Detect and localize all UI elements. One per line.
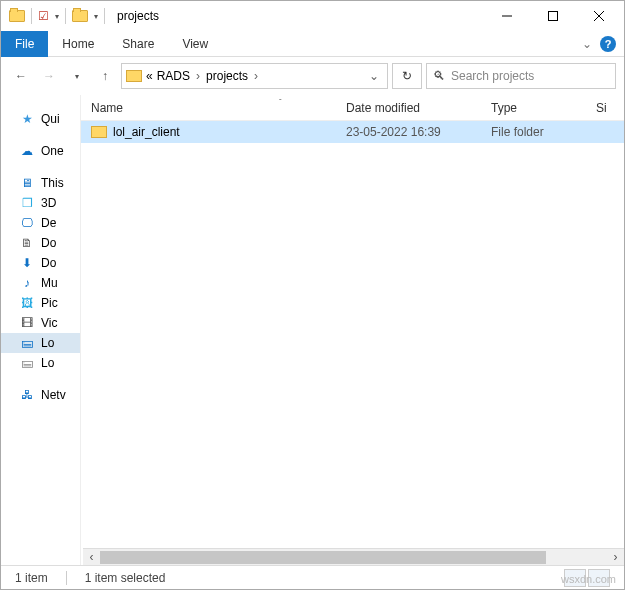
chevron-right-icon[interactable]: › <box>252 69 260 83</box>
sidebar-item-3d-objects[interactable]: ❒3D <box>1 193 80 213</box>
cell-name: lol_air_client <box>81 125 336 139</box>
separator <box>104 8 105 24</box>
forward-button[interactable]: → <box>37 64 61 88</box>
sidebar-item-desktop[interactable]: 🖵De <box>1 213 80 233</box>
cell-type: File folder <box>481 125 586 139</box>
address-dropdown-icon[interactable]: ⌄ <box>365 69 383 83</box>
file-name-label: lol_air_client <box>113 125 180 139</box>
sidebar-item-label: Lo <box>41 356 54 370</box>
sidebar-item-label: De <box>41 216 56 230</box>
refresh-button[interactable]: ↻ <box>392 63 422 89</box>
sidebar-item-onedrive[interactable]: ☁One <box>1 141 80 161</box>
qat-dropdown-icon[interactable]: ▾ <box>94 12 98 21</box>
picture-icon: 🖼︎ <box>19 296 35 310</box>
sidebar-item-quick-access[interactable]: ★Qui <box>1 109 80 129</box>
scroll-thumb[interactable] <box>100 551 546 564</box>
sidebar-item-label: Do <box>41 236 56 250</box>
column-header-date[interactable]: Date modified <box>336 101 481 115</box>
sidebar-item-music[interactable]: ♪Mu <box>1 273 80 293</box>
checkbox-icon[interactable]: ☑ <box>38 9 49 23</box>
column-headers: ˆ Name Date modified Type Si <box>81 95 624 121</box>
sidebar-item-label: 3D <box>41 196 56 210</box>
cell-date: 23-05-2022 16:39 <box>336 125 481 139</box>
tab-file[interactable]: File <box>1 31 48 57</box>
status-item-count: 1 item <box>15 571 48 585</box>
scroll-left-button[interactable]: ‹ <box>83 549 100 566</box>
drive-icon: 🖴︎ <box>19 336 35 350</box>
tab-share[interactable]: Share <box>108 31 168 57</box>
sidebar-item-this-pc[interactable]: 🖥︎This <box>1 173 80 193</box>
separator <box>31 8 32 24</box>
address-bar[interactable]: « RADS › projects › ⌄ <box>121 63 388 89</box>
tab-view[interactable]: View <box>168 31 222 57</box>
sidebar-item-label: Mu <box>41 276 58 290</box>
sidebar-item-label: Pic <box>41 296 58 310</box>
folder-icon <box>72 10 88 22</box>
music-icon: ♪ <box>19 276 35 290</box>
navigation-pane: ★Qui ☁One 🖥︎This ❒3D 🖵De 🗎Do ⬇Do ♪Mu 🖼︎P… <box>1 95 81 565</box>
sidebar-item-videos[interactable]: 🎞︎Vic <box>1 313 80 333</box>
sidebar-item-documents[interactable]: 🗎Do <box>1 233 80 253</box>
document-icon: 🗎 <box>19 236 35 250</box>
sidebar-item-downloads[interactable]: ⬇Do <box>1 253 80 273</box>
sort-indicator-icon: ˆ <box>279 97 282 106</box>
sidebar-item-network[interactable]: 🖧︎Netv <box>1 385 80 405</box>
sidebar-item-pictures[interactable]: 🖼︎Pic <box>1 293 80 313</box>
close-button[interactable] <box>576 1 622 31</box>
sidebar-item-label: Qui <box>41 112 60 126</box>
column-header-type[interactable]: Type <box>481 101 586 115</box>
sidebar-item-label: Vic <box>41 316 57 330</box>
folder-icon <box>91 126 107 138</box>
ribbon-expand-icon[interactable]: ⌄ <box>582 37 592 51</box>
sidebar-item-local-disk-2[interactable]: 🖴︎Lo <box>1 353 80 373</box>
maximize-button[interactable] <box>530 1 576 31</box>
sidebar-item-label: This <box>41 176 64 190</box>
separator <box>65 8 66 24</box>
scroll-track[interactable] <box>100 549 607 566</box>
navigation-bar: ← → ▾ ↑ « RADS › projects › ⌄ ↻ 🔍︎ <box>1 57 624 95</box>
download-icon: ⬇ <box>19 256 35 270</box>
minimize-button[interactable] <box>484 1 530 31</box>
folder-icon <box>9 10 25 22</box>
sidebar-item-label: Do <box>41 256 56 270</box>
column-header-name[interactable]: Name <box>81 101 336 115</box>
monitor-icon: 🖥︎ <box>19 176 35 190</box>
back-button[interactable]: ← <box>9 64 33 88</box>
table-row[interactable]: lol_air_client 23-05-2022 16:39 File fol… <box>81 121 624 143</box>
cube-icon: ❒ <box>19 196 35 210</box>
breadcrumb-part[interactable]: projects <box>206 69 248 83</box>
status-bar: 1 item 1 item selected <box>1 565 624 589</box>
up-button[interactable]: ↑ <box>93 64 117 88</box>
help-icon[interactable]: ? <box>600 36 616 52</box>
chevron-right-icon[interactable]: › <box>194 69 202 83</box>
horizontal-scrollbar[interactable]: ‹ › <box>83 548 624 565</box>
status-selection: 1 item selected <box>85 571 166 585</box>
breadcrumb-prefix[interactable]: « <box>146 69 153 83</box>
separator <box>66 571 67 585</box>
ribbon-tabs: File Home Share View ⌄ ? <box>1 31 624 57</box>
qat-dropdown-icon[interactable]: ▾ <box>55 12 59 21</box>
video-icon: 🎞︎ <box>19 316 35 330</box>
watermark: wsxdn.com <box>561 573 616 585</box>
drive-icon: 🖴︎ <box>19 356 35 370</box>
column-header-size[interactable]: Si <box>586 101 624 115</box>
recent-dropdown[interactable]: ▾ <box>65 64 89 88</box>
file-rows: lol_air_client 23-05-2022 16:39 File fol… <box>81 121 624 548</box>
svg-rect-1 <box>549 12 558 21</box>
cloud-icon: ☁ <box>19 144 35 158</box>
sidebar-item-label: One <box>41 144 64 158</box>
sidebar-item-label: Lo <box>41 336 54 350</box>
content-area: ★Qui ☁One 🖥︎This ❒3D 🖵De 🗎Do ⬇Do ♪Mu 🖼︎P… <box>1 95 624 565</box>
network-icon: 🖧︎ <box>19 388 35 402</box>
breadcrumb-part[interactable]: RADS <box>157 69 190 83</box>
search-box[interactable]: 🔍︎ <box>426 63 616 89</box>
window-title: projects <box>117 9 159 23</box>
tab-home[interactable]: Home <box>48 31 108 57</box>
window-controls <box>484 1 622 31</box>
sidebar-item-label: Netv <box>41 388 66 402</box>
sidebar-item-local-disk[interactable]: 🖴︎Lo <box>1 333 80 353</box>
desktop-icon: 🖵 <box>19 216 35 230</box>
search-input[interactable] <box>451 69 609 83</box>
scroll-right-button[interactable]: › <box>607 549 624 566</box>
titlebar: ☑ ▾ ▾ projects <box>1 1 624 31</box>
